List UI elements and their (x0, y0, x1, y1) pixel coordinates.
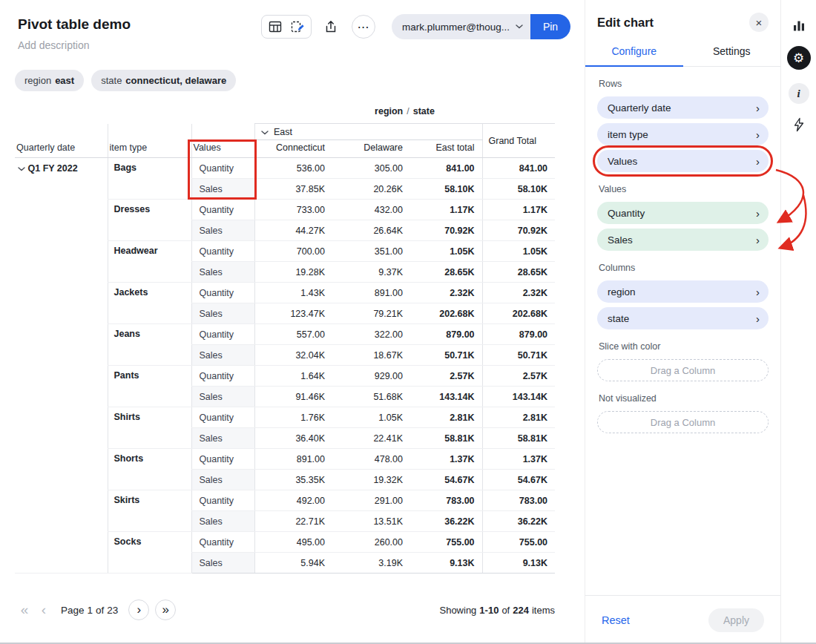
chip-item-type[interactable]: item type› (597, 123, 769, 145)
chart-icon[interactable] (792, 18, 806, 33)
value-cell[interactable]: 143.14K (410, 387, 482, 407)
value-cell[interactable]: 478.00 (332, 449, 410, 470)
tab-settings[interactable]: Settings (683, 39, 781, 66)
filter-chip-region[interactable]: region east (15, 70, 84, 91)
first-page-icon[interactable]: « (15, 602, 34, 618)
page-number[interactable]: 1 (88, 605, 93, 616)
value-cell[interactable]: 783.00 (482, 490, 555, 511)
value-cell[interactable]: 755.00 (482, 532, 555, 553)
value-cell[interactable]: 2.32K (410, 283, 482, 303)
value-cell[interactable]: 32.04K (254, 345, 332, 366)
value-cell[interactable]: 1.43K (254, 283, 332, 303)
item-type-cell[interactable]: Shirts (108, 407, 191, 449)
value-cell[interactable]: 291.00 (332, 490, 410, 511)
tab-configure[interactable]: Configure (585, 39, 683, 67)
value-cell[interactable]: 58.81K (410, 428, 482, 449)
value-cell[interactable]: 19.28K (254, 262, 332, 283)
last-page-button[interactable]: » (155, 599, 176, 620)
value-cell[interactable]: 322.00 (332, 324, 410, 345)
value-cell[interactable]: 58.81K (482, 428, 555, 449)
gear-icon[interactable]: ⚙ (787, 46, 811, 70)
value-cell[interactable]: 58.10K (410, 179, 482, 200)
value-cell[interactable]: 28.65K (410, 262, 482, 283)
item-type-cell[interactable]: Jeans (108, 324, 191, 366)
value-cell[interactable]: 143.14K (482, 387, 555, 407)
value-cell[interactable]: 3.19K (332, 553, 410, 574)
share-icon[interactable] (322, 18, 340, 36)
value-cell[interactable]: 54.67K (482, 470, 555, 490)
more-menu-button[interactable]: ⋯ (352, 15, 375, 39)
lightning-icon[interactable] (793, 117, 805, 132)
value-cell[interactable]: 22.41K (332, 428, 410, 449)
value-cell[interactable]: 841.00 (410, 158, 482, 179)
chip-state[interactable]: state› (597, 307, 769, 329)
header-connecticut[interactable]: Connecticut (254, 140, 332, 158)
value-cell[interactable]: 36.40K (254, 428, 332, 449)
item-type-cell[interactable]: Headwear (108, 241, 191, 283)
value-cell[interactable]: 1.37K (482, 449, 555, 470)
edit-layout-icon[interactable] (287, 17, 308, 36)
value-cell[interactable]: 1.17K (410, 200, 482, 220)
value-cell[interactable]: 733.00 (254, 200, 332, 220)
user-dropdown[interactable]: mark.plummer@thoug... (392, 14, 530, 39)
item-type-cell[interactable]: Pants (108, 366, 191, 407)
value-cell[interactable]: 783.00 (410, 490, 482, 511)
value-cell[interactable]: 1.05K (410, 241, 482, 262)
value-cell[interactable]: 13.51K (332, 511, 410, 532)
value-cell[interactable]: 20.26K (332, 179, 410, 200)
value-cell[interactable]: 18.67K (332, 345, 410, 366)
item-type-cell[interactable]: Bags (108, 158, 191, 200)
item-type-cell[interactable]: Skirts (108, 490, 191, 532)
prev-page-icon[interactable]: ‹ (34, 602, 53, 618)
value-cell[interactable]: 91.46K (254, 387, 332, 407)
chip-quarterly-date[interactable]: Quarterly date› (597, 96, 769, 119)
value-cell[interactable]: 260.00 (332, 532, 410, 553)
value-cell[interactable]: 891.00 (332, 283, 410, 303)
header-quarterly-date[interactable]: Quarterly date (15, 124, 108, 158)
value-cell[interactable]: 36.22K (410, 511, 482, 532)
value-cell[interactable]: 1.37K (410, 449, 482, 470)
value-cell[interactable]: 54.67K (410, 470, 482, 490)
value-cell[interactable]: 841.00 (482, 158, 555, 179)
add-description-placeholder[interactable]: Add description (18, 39, 90, 51)
value-cell[interactable]: 19.32K (332, 470, 410, 490)
dropzone-slice-with-color[interactable]: Drag a Column (597, 359, 769, 381)
value-cell[interactable]: 879.00 (410, 324, 482, 345)
value-cell[interactable]: 495.00 (254, 532, 332, 553)
item-type-cell[interactable]: Dresses (108, 200, 191, 241)
value-cell[interactable]: 2.57K (482, 366, 555, 387)
reset-button[interactable]: Reset (602, 614, 630, 626)
apply-button[interactable]: Apply (708, 608, 764, 632)
pin-button[interactable]: Pin (530, 14, 570, 39)
column-group-east[interactable]: East (254, 124, 482, 140)
value-cell[interactable]: 929.00 (332, 366, 410, 387)
table-view-icon[interactable] (265, 17, 286, 36)
value-cell[interactable]: 536.00 (254, 158, 332, 179)
value-cell[interactable]: 351.00 (332, 241, 410, 262)
value-cell[interactable]: 22.71K (254, 511, 332, 532)
value-cell[interactable]: 9.13K (410, 553, 482, 574)
value-cell[interactable]: 50.71K (410, 345, 482, 366)
value-cell[interactable]: 2.32K (482, 283, 555, 303)
value-cell[interactable]: 50.71K (482, 345, 555, 366)
header-values[interactable]: Values (191, 124, 254, 158)
value-cell[interactable]: 1.76K (254, 407, 332, 428)
header-east-total[interactable]: East total (410, 140, 482, 158)
value-cell[interactable]: 1.17K (482, 200, 555, 220)
value-cell[interactable]: 202.68K (410, 303, 482, 324)
value-cell[interactable]: 1.05K (482, 241, 555, 262)
chip-quantity[interactable]: Quantity› (597, 202, 769, 224)
value-cell[interactable]: 891.00 (254, 449, 332, 470)
value-cell[interactable]: 5.94K (254, 553, 332, 574)
next-page-button[interactable]: › (128, 599, 149, 620)
chip-region[interactable]: region› (597, 280, 769, 303)
value-cell[interactable]: 9.13K (482, 553, 555, 574)
value-cell[interactable]: 432.00 (332, 200, 410, 220)
chip-sales[interactable]: Sales› (597, 229, 769, 251)
filter-chip-state[interactable]: state connecticut, delaware (91, 70, 236, 91)
value-cell[interactable]: 492.00 (254, 490, 332, 511)
header-item-type[interactable]: item type (108, 124, 191, 158)
value-cell[interactable]: 1.64K (254, 366, 332, 387)
dropzone-not-visualized[interactable]: Drag a Column (597, 411, 769, 433)
item-type-cell[interactable]: Shorts (108, 449, 191, 490)
